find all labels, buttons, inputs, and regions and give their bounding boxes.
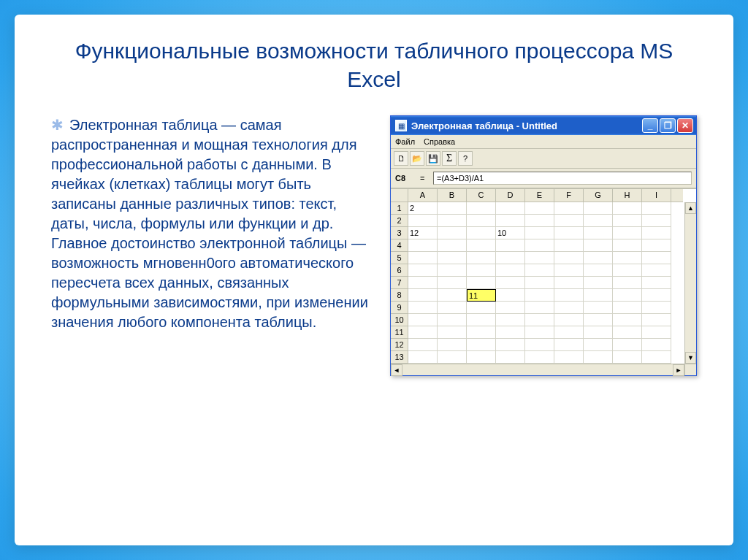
scroll-up-icon[interactable]: ▲ (685, 202, 696, 214)
cell-G2[interactable] (584, 215, 613, 227)
menu-file[interactable]: Файл (395, 137, 415, 146)
cell-I8[interactable] (642, 289, 671, 302)
cell-D1[interactable] (496, 202, 525, 215)
cell-H3[interactable] (613, 227, 642, 239)
col-header-I[interactable]: I (642, 189, 671, 202)
row-header-4[interactable]: 4 (391, 239, 408, 252)
cell-G6[interactable] (584, 264, 613, 277)
row-header-1[interactable]: 1 (391, 202, 408, 215)
save-icon[interactable]: 💾 (426, 151, 440, 166)
row-header-9[interactable]: 9 (391, 302, 408, 314)
cell-F3[interactable] (554, 227, 584, 239)
cell-D6[interactable] (496, 264, 525, 277)
cell-A9[interactable] (408, 302, 438, 314)
cell-C12[interactable] (467, 339, 496, 351)
col-header-F[interactable]: F (554, 189, 584, 202)
row-header-12[interactable]: 12 (391, 339, 408, 351)
cell-reference[interactable]: C8 (395, 174, 414, 183)
cell-I7[interactable] (642, 277, 671, 289)
cell-B3[interactable] (438, 227, 467, 239)
cell-D8[interactable] (496, 289, 525, 302)
cell-D5[interactable] (496, 252, 525, 264)
col-header-D[interactable]: D (496, 189, 525, 202)
cell-H9[interactable] (613, 302, 642, 314)
cell-H13[interactable] (613, 351, 642, 364)
cell-H7[interactable] (613, 277, 642, 289)
cell-B7[interactable] (438, 277, 467, 289)
cell-D12[interactable] (496, 339, 525, 351)
cell-B12[interactable] (438, 339, 467, 351)
cell-D9[interactable] (496, 302, 525, 314)
cell-A4[interactable] (408, 239, 438, 252)
cell-A10[interactable] (408, 314, 438, 326)
row-header-10[interactable]: 10 (391, 314, 408, 326)
cell-G10[interactable] (584, 314, 613, 326)
cell-C13[interactable] (467, 351, 496, 364)
minimize-button[interactable]: _ (642, 118, 658, 133)
row-header-11[interactable]: 11 (391, 326, 408, 339)
cell-C4[interactable] (467, 239, 496, 252)
col-header-A[interactable]: A (408, 189, 438, 202)
cell-F7[interactable] (554, 277, 584, 289)
cell-B10[interactable] (438, 314, 467, 326)
cell-G11[interactable] (584, 326, 613, 339)
cell-E3[interactable] (525, 227, 554, 239)
cell-B11[interactable] (438, 326, 467, 339)
cell-D13[interactable] (496, 351, 525, 364)
cell-H12[interactable] (613, 339, 642, 351)
cell-B2[interactable] (438, 215, 467, 227)
scroll-track-vertical[interactable] (685, 214, 696, 352)
row-header-5[interactable]: 5 (391, 252, 408, 264)
cell-E7[interactable] (525, 277, 554, 289)
cell-A6[interactable] (408, 264, 438, 277)
cell-I5[interactable] (642, 252, 671, 264)
cell-D10[interactable] (496, 314, 525, 326)
cell-I3[interactable] (642, 227, 671, 239)
cell-E13[interactable] (525, 351, 554, 364)
cell-G13[interactable] (584, 351, 613, 364)
menu-help[interactable]: Справка (424, 137, 455, 146)
cell-B4[interactable] (438, 239, 467, 252)
cell-I12[interactable] (642, 339, 671, 351)
cell-B13[interactable] (438, 351, 467, 364)
cell-D3[interactable]: 10 (496, 227, 525, 239)
cell-C5[interactable] (467, 252, 496, 264)
scroll-right-icon[interactable]: ► (673, 364, 684, 376)
cell-H10[interactable] (613, 314, 642, 326)
cell-F11[interactable] (554, 326, 584, 339)
cell-E5[interactable] (525, 252, 554, 264)
cell-F2[interactable] (554, 215, 584, 227)
row-header-6[interactable]: 6 (391, 264, 408, 277)
new-doc-icon[interactable]: 🗋 (394, 151, 408, 166)
select-all-corner[interactable] (391, 189, 408, 202)
cell-H4[interactable] (613, 239, 642, 252)
cell-I11[interactable] (642, 326, 671, 339)
col-header-C[interactable]: C (467, 189, 496, 202)
cell-B8[interactable] (438, 289, 467, 302)
cell-D2[interactable] (496, 215, 525, 227)
cell-F1[interactable] (554, 202, 584, 215)
cell-B6[interactable] (438, 264, 467, 277)
cell-I10[interactable] (642, 314, 671, 326)
resize-grip[interactable] (684, 364, 696, 375)
cell-A5[interactable] (408, 252, 438, 264)
cell-E1[interactable] (525, 202, 554, 215)
cell-D4[interactable] (496, 239, 525, 252)
cell-C3[interactable] (467, 227, 496, 239)
row-header-2[interactable]: 2 (391, 215, 408, 227)
cell-E12[interactable] (525, 339, 554, 351)
cell-A13[interactable] (408, 351, 438, 364)
cell-A1[interactable]: 2 (408, 202, 438, 215)
cell-A11[interactable] (408, 326, 438, 339)
sigma-icon[interactable]: Σ (442, 151, 457, 166)
row-header-3[interactable]: 3 (391, 227, 408, 239)
cell-B5[interactable] (438, 252, 467, 264)
scroll-track-horizontal[interactable] (402, 364, 673, 375)
scroll-down-icon[interactable]: ▼ (685, 352, 696, 364)
cell-C6[interactable] (467, 264, 496, 277)
cell-B9[interactable] (438, 302, 467, 314)
cell-H2[interactable] (613, 215, 642, 227)
cell-E9[interactable] (525, 302, 554, 314)
cell-A3[interactable]: 12 (408, 227, 438, 239)
col-header-H[interactable]: H (613, 189, 642, 202)
